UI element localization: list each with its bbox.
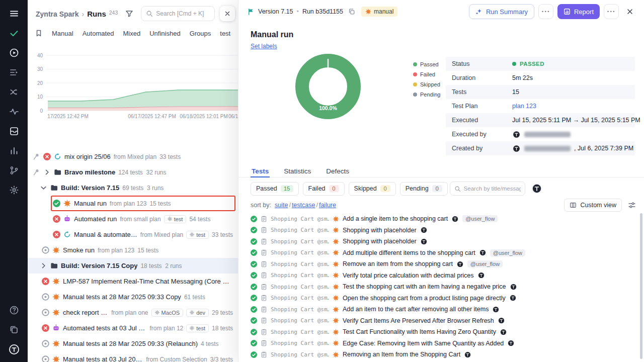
projects-icon[interactable]	[9, 324, 20, 335]
sort-link-failure[interactable]: failure	[319, 202, 336, 209]
detail-close-button[interactable]	[623, 5, 637, 19]
bookmark-icon[interactable]	[35, 29, 43, 37]
tab-defects[interactable]: Defects	[325, 164, 350, 177]
runs-tab-automated[interactable]: Automated	[83, 30, 114, 37]
testcase-icon	[261, 227, 267, 233]
tab-tests[interactable]: Tests	[251, 164, 270, 177]
run-row[interactable]: Manual tests at 28 Mar 2025 09:33 (Relau…	[28, 336, 238, 351]
test-plan-link[interactable]: plan 123	[512, 103, 536, 110]
activity-icon[interactable]	[9, 106, 20, 117]
run-meta: 69 tests 3 runs	[122, 185, 164, 192]
badge-label: test	[174, 216, 183, 222]
test-row[interactable]: Shopping Cart @sm…Verify total price cal…	[251, 270, 637, 282]
filter-chip-skipped[interactable]: Skipped0	[349, 182, 396, 196]
run-row[interactable]: Bravo milestone124 tests 32 runs	[28, 164, 238, 180]
test-tag: @user_flow	[462, 215, 498, 222]
runs-tab-list: ManualAutomatedMixedUnfinishedGroupstest	[52, 30, 230, 37]
version-label[interactable]: Version 7.15	[258, 8, 293, 15]
run-row[interactable]: Build: Version 7.15 Copy18 tests 2 runs	[28, 258, 238, 274]
test-row[interactable]: Shopping Cart @sm…Open the shopping cart…	[251, 293, 637, 304]
legend-label: Passed	[420, 61, 439, 67]
run-row[interactable]: check report sharingfrom plan oneMacOSde…	[28, 305, 238, 320]
menu-icon[interactable]	[9, 8, 20, 19]
test-plans-icon[interactable]	[9, 67, 20, 78]
run-row[interactable]: Build: Version 7.1569 tests 3 runs	[28, 180, 238, 196]
run-row[interactable]: Manual tests at 28 Mar 2025 09:33 Copy61…	[28, 289, 238, 305]
test-row[interactable]: Shopping Cart @sm…Remove an item from th…	[251, 258, 637, 270]
assignee-filter-avatar[interactable]	[531, 183, 542, 194]
workflows-icon[interactable]	[9, 86, 20, 98]
run-actions: Run Summary Report	[469, 4, 637, 19]
test-row[interactable]: Shopping Cart @sm…Add an item to the car…	[251, 304, 637, 315]
tests-search-input[interactable]	[464, 186, 521, 192]
integrations-icon[interactable]	[9, 165, 20, 176]
status-passed-icon	[251, 284, 257, 290]
redacted-name	[524, 146, 571, 151]
run-row[interactable]: Smoke runfrom plan 12315 tests	[28, 242, 238, 258]
run-summary-more-button[interactable]	[538, 4, 553, 19]
project-name[interactable]: Zyntra Spark	[36, 10, 79, 18]
copy-run-id-button[interactable]	[347, 7, 357, 17]
test-runs-icon[interactable]	[9, 47, 20, 58]
filter-chip-pending[interactable]: Pending0	[400, 182, 448, 196]
status-passed-icon	[251, 306, 257, 313]
chevron-right-icon[interactable]	[40, 262, 47, 269]
test-row[interactable]: Shopping Cart @sm…Shopping with placehol…	[251, 236, 637, 247]
filter-chip-failed[interactable]: Failed0	[303, 182, 345, 196]
test-title: Edge Case: Removing Item with Same Quant…	[343, 340, 504, 347]
runs-search-input[interactable]	[156, 10, 210, 17]
test-row[interactable]: Shopping Cart @sm…Test the shopping cart…	[251, 281, 637, 293]
test-row[interactable]: Shopping Cart @sm…Add a single item to t…	[251, 213, 637, 225]
more-actions-button[interactable]	[604, 4, 619, 19]
run-row[interactable]: Automated runfrom small plantest54 tests	[28, 211, 238, 227]
runs-tab-unfinished[interactable]: Unfinished	[149, 30, 180, 37]
detail-label: Status	[452, 60, 512, 67]
filter-chip-passed[interactable]: Passed15	[251, 182, 299, 196]
test-suite-path: Shopping Cart @sm…	[271, 329, 329, 335]
run-row[interactable]: Manual tests at 03 Jul 2025 12:08from Cu…	[28, 351, 238, 362]
columns-icon	[570, 202, 577, 209]
settings-icon[interactable]	[9, 185, 20, 196]
runs-tab-mixed[interactable]: Mixed	[123, 30, 141, 37]
set-labels-link[interactable]: Set labels	[251, 43, 277, 50]
chevron-down-icon[interactable]	[40, 184, 47, 192]
sort-link-testcase[interactable]: testcase	[292, 202, 315, 209]
test-row[interactable]: Shopping Cart @sm…Edge Case: Removing It…	[251, 338, 637, 349]
run-row[interactable]: Manual & automated runfrom Mixed plantes…	[28, 227, 238, 242]
run-row[interactable]: Automated tests at 03 Jul 2025 13:25from…	[28, 320, 238, 336]
test-cases-icon[interactable]	[9, 28, 20, 39]
help-icon[interactable]	[9, 305, 20, 316]
run-row[interactable]: mix origin 25/06from Mixed plan33 tests	[28, 149, 238, 164]
test-row[interactable]: Shopping Cart @sm…Add multiple different…	[251, 247, 637, 259]
test-row[interactable]: Shopping Cart @sm…Verify Cart Items Are …	[251, 315, 637, 327]
runs-tab-test[interactable]: test	[220, 30, 230, 37]
run-row[interactable]: LMP-587 Implement Real-Time Chat Messagi…	[28, 274, 238, 289]
filter-button[interactable]	[123, 7, 136, 20]
y-tick: 0	[40, 108, 43, 114]
user-avatar[interactable]	[9, 344, 20, 355]
sort-link-suite[interactable]: suite	[275, 202, 288, 209]
runs-tab-manual[interactable]: Manual	[52, 30, 73, 37]
runs-panel-close-button[interactable]	[220, 6, 235, 21]
status-open-icon	[42, 293, 49, 301]
test-row[interactable]: Shopping Cart @sm…Shopping with placehol…	[251, 225, 637, 236]
sort-by-label: sort by:	[251, 202, 271, 209]
run-row[interactable]: Manual runfrom plan 12315 tests	[28, 196, 238, 211]
run-title: Build: Version 7.15 Copy	[61, 262, 137, 269]
run-summary-button[interactable]: Run Summary	[469, 4, 534, 19]
report-button[interactable]: Report	[557, 4, 600, 19]
scrollbar-thumb[interactable]	[640, 213, 642, 359]
tab-statistics[interactable]: Statistics	[283, 164, 312, 177]
test-row[interactable]: Shopping Cart @sm…Test Cart Functionalit…	[251, 326, 637, 338]
analytics-icon[interactable]	[9, 145, 20, 156]
custom-view-button[interactable]: Custom view	[564, 199, 622, 212]
tests-list: Shopping Cart @sm…Add a single item to t…	[251, 213, 637, 362]
detail-row: ExecutedJul 15, 2025 5:11 PM → Jul 15, 2…	[446, 113, 635, 127]
view-settings-icon[interactable]	[628, 201, 636, 209]
gear-icon	[190, 326, 194, 330]
inbox-icon[interactable]	[9, 126, 20, 137]
run-summary-label: Run Summary	[486, 8, 528, 16]
chevron-right-icon[interactable]	[43, 168, 51, 176]
test-row[interactable]: Shopping Cart @sm…Removing an Item from …	[251, 349, 637, 360]
runs-tab-groups[interactable]: Groups	[190, 30, 211, 37]
